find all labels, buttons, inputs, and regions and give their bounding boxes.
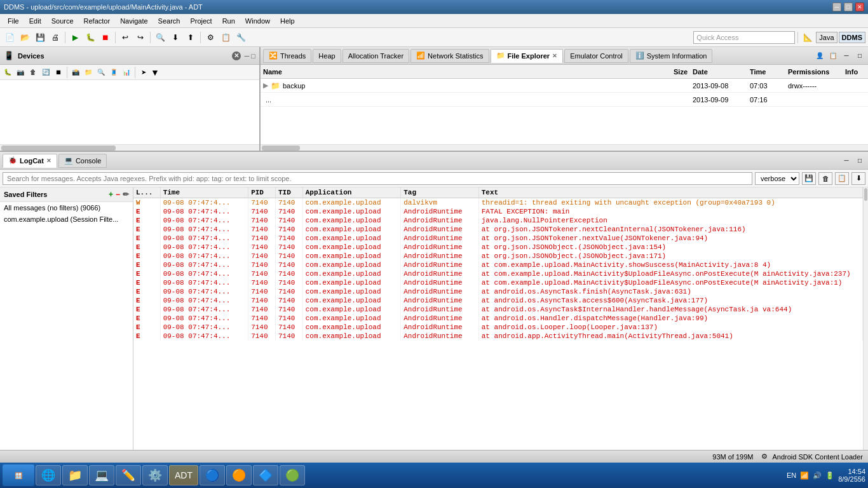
- menu-refactor[interactable]: Refactor: [79, 16, 116, 26]
- logcat-level-select[interactable]: verbose debug info warn error: [755, 172, 799, 185]
- maximize-button[interactable]: □: [844, 3, 853, 11]
- toolbar-prev-btn[interactable]: ⬆: [184, 30, 198, 44]
- tab-logcat[interactable]: 🐞 LogCat ✕: [3, 154, 57, 168]
- logcat-clear-btn[interactable]: 🗑: [818, 172, 832, 185]
- toolbar-save-btn[interactable]: 💾: [33, 30, 47, 44]
- log-table-row[interactable]: E 09-08 07:47:4... 7140 7140 com.example…: [133, 234, 863, 243]
- toolbar-debug-btn[interactable]: 🐛: [83, 30, 97, 44]
- devices-cam-btn[interactable]: 📸: [70, 67, 81, 78]
- tab-console[interactable]: 💻 Console: [58, 154, 107, 168]
- file-row-backup[interactable]: ▶ 📁 backup 2013-09-08 07:03 drwx------: [261, 79, 868, 93]
- devices-refresh-btn[interactable]: 🔄: [40, 67, 51, 78]
- logcat-search-input[interactable]: [3, 172, 752, 185]
- taskbar-diamond[interactable]: 🔷: [253, 465, 278, 485]
- file-scroll-thumb[interactable]: [262, 146, 300, 151]
- expand-arrow[interactable]: ▶: [263, 81, 268, 90]
- devices-file-btn[interactable]: 📁: [83, 67, 94, 78]
- devices-inspect-btn[interactable]: 🔍: [95, 67, 107, 78]
- start-button[interactable]: 🪟: [3, 464, 34, 486]
- toolbar-extra-3[interactable]: 🔧: [234, 30, 248, 44]
- menu-navigate[interactable]: Navigate: [115, 16, 153, 26]
- log-table-row[interactable]: E 09-08 07:47:4... 7140 7140 com.example…: [133, 305, 863, 314]
- log-table-row[interactable]: W 09-08 07:47:4... 7140 7140 com.example…: [133, 198, 863, 208]
- log-table-row[interactable]: E 09-08 07:47:4... 7140 7140 com.example…: [133, 243, 863, 252]
- toolbar-redo-btn[interactable]: ↪: [133, 30, 147, 44]
- taskbar-adt[interactable]: ADT: [169, 465, 198, 485]
- bottom-ctrl-max[interactable]: □: [854, 155, 865, 166]
- taskbar-folder[interactable]: 📁: [62, 465, 88, 485]
- log-table-row[interactable]: E 09-08 07:47:4... 7140 7140 com.example…: [133, 332, 863, 341]
- bottom-ctrl-min[interactable]: ─: [841, 155, 852, 166]
- logcat-down-btn[interactable]: ⬇: [851, 172, 865, 185]
- tab-file-explorer[interactable]: 📁 File Explorer ✕: [491, 49, 564, 63]
- edit-filter-btn[interactable]: ✏: [123, 190, 129, 199]
- log-table-row[interactable]: E 09-08 07:47:4... 7140 7140 com.example…: [133, 323, 863, 332]
- ddms-label[interactable]: DDMS: [839, 32, 865, 43]
- menu-window[interactable]: Window: [240, 16, 275, 26]
- devices-thread-btn[interactable]: 🧵: [108, 67, 119, 78]
- toolbar-undo-btn[interactable]: ↩: [118, 30, 132, 44]
- menu-search[interactable]: Search: [153, 16, 186, 26]
- devices-stop-btn[interactable]: ⏹: [53, 67, 64, 78]
- java-label[interactable]: Java: [816, 32, 837, 43]
- log-content[interactable]: L... Time PID TID Application Tag Text W…: [133, 187, 863, 463]
- log-table-row[interactable]: E 09-08 07:47:4... 7140 7140 com.example…: [133, 296, 863, 305]
- toolbar-open-btn[interactable]: 📂: [18, 30, 32, 44]
- toolbar-next-btn[interactable]: ⬇: [168, 30, 182, 44]
- tab-minimize[interactable]: ─: [841, 50, 852, 62]
- devices-trash-btn[interactable]: 🗑: [27, 67, 39, 78]
- devices-screen-btn[interactable]: 📷: [15, 67, 26, 78]
- devices-more-btn[interactable]: ▼: [151, 67, 159, 78]
- close-button[interactable]: ✕: [855, 3, 864, 11]
- taskbar-green[interactable]: 🟢: [280, 465, 305, 485]
- file-explorer-close[interactable]: ✕: [552, 53, 557, 59]
- log-table-row[interactable]: E 09-08 07:47:4... 7140 7140 com.example…: [133, 287, 863, 296]
- log-table-row[interactable]: E 09-08 07:47:4... 7140 7140 com.example…: [133, 314, 863, 323]
- devices-scroll-thumb[interactable]: [1, 146, 116, 151]
- log-table-row[interactable]: E 09-08 07:47:4... 7140 7140 com.example…: [133, 252, 863, 261]
- filter-all-messages[interactable]: All messages (no filters) (9066): [0, 202, 133, 214]
- menu-run[interactable]: Run: [217, 16, 240, 26]
- taskbar-editor[interactable]: ✏️: [116, 465, 141, 485]
- logcat-tab-close[interactable]: ✕: [46, 158, 51, 164]
- toolbar-search-btn[interactable]: 🔍: [153, 30, 167, 44]
- log-table-row[interactable]: E 09-08 07:47:4... 7140 7140 com.example…: [133, 207, 863, 216]
- add-filter-btn[interactable]: +: [109, 190, 113, 199]
- tab-allocation[interactable]: Allocation Tracker: [342, 49, 409, 63]
- logcat-save-btn[interactable]: 💾: [802, 172, 816, 185]
- minimize-button[interactable]: ─: [832, 3, 841, 11]
- log-table-row[interactable]: E 09-08 07:47:4... 7140 7140 com.example…: [133, 261, 863, 269]
- remove-filter-btn[interactable]: −: [116, 190, 120, 199]
- toolbar-stop-btn[interactable]: ⏹: [98, 30, 112, 44]
- toolbar-extra-2[interactable]: 📋: [219, 30, 233, 44]
- tab-heap[interactable]: Heap: [313, 49, 341, 63]
- tab-threads[interactable]: 🔀 Threads: [263, 49, 311, 63]
- toolbar-run-btn[interactable]: ▶: [68, 30, 82, 44]
- devices-arrow-btn[interactable]: ➤: [138, 67, 149, 78]
- quick-access-box[interactable]: Quick Access: [693, 31, 795, 44]
- menu-edit[interactable]: Edit: [24, 16, 46, 26]
- devices-maximize-btn[interactable]: □: [251, 52, 255, 60]
- taskbar-computer[interactable]: 💻: [89, 465, 114, 485]
- log-vertical-scrollbar[interactable]: [863, 187, 868, 463]
- toolbar-new-btn[interactable]: 📄: [3, 30, 17, 44]
- devices-scrollbar[interactable]: [0, 144, 259, 151]
- menu-help[interactable]: Help: [275, 16, 300, 26]
- toolbar-extra-1[interactable]: ⚙: [203, 30, 217, 44]
- taskbar-orange[interactable]: 🟠: [226, 465, 252, 485]
- tab-network[interactable]: 📶 Network Statistics: [410, 49, 489, 63]
- log-table-row[interactable]: E 09-08 07:47:4... 7140 7140 com.example…: [133, 225, 863, 234]
- log-table-row[interactable]: E 09-08 07:47:4... 7140 7140 com.example…: [133, 216, 863, 225]
- tab-maximize[interactable]: □: [854, 50, 865, 62]
- tab-emulator[interactable]: Emulator Control: [564, 49, 628, 63]
- tab-ctrl-2[interactable]: 📋: [827, 50, 839, 62]
- menu-file[interactable]: File: [3, 16, 24, 26]
- log-scroll-thumb[interactable]: [864, 188, 867, 201]
- taskbar-circle-blue[interactable]: 🔵: [200, 465, 225, 485]
- taskbar-ie[interactable]: 🌐: [36, 465, 61, 485]
- tab-ctrl-1[interactable]: 👤: [814, 50, 825, 62]
- devices-heap-btn[interactable]: 📊: [121, 67, 132, 78]
- toolbar-print-btn[interactable]: 🖨: [48, 30, 62, 44]
- toolbar-perspective-btn[interactable]: 📐: [801, 30, 815, 44]
- logcat-view-btn[interactable]: 📋: [835, 172, 849, 185]
